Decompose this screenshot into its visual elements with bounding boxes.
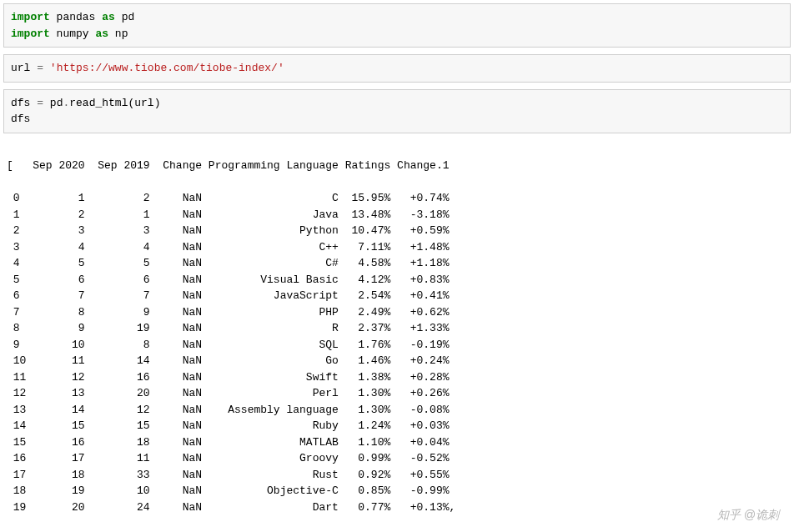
table-row: 14 15 15 NaN Ruby 1.24% +0.03%: [7, 418, 787, 434]
table-row: 18 19 10 NaN Objective-C 0.85% -0.99%: [7, 483, 787, 499]
table-row: 13 14 12 NaN Assembly language 1.30% -0.…: [7, 402, 787, 419]
keyword-as: as: [95, 28, 108, 40]
table-row: 7 8 9 NaN PHP 2.49% +0.62%: [7, 304, 787, 321]
module-pandas: pandas: [50, 11, 102, 23]
table-row: 2 3 3 NaN Python 10.47% +0.59%: [7, 223, 787, 239]
keyword-as: as: [102, 11, 115, 23]
obj-pd: pd: [43, 97, 63, 109]
var-url: url: [11, 62, 37, 74]
table-row: 17 18 33 NaN Rust 0.92% +0.55%: [7, 467, 787, 484]
table-row: 9 10 8 NaN SQL 1.76% -0.19%: [7, 337, 787, 354]
table-row: 0 1 2 NaN C 15.95% +0.74%: [7, 190, 787, 207]
op-assign: =: [37, 97, 43, 109]
string-url: 'https://www.tiobe.com/tiobe-index/': [43, 62, 284, 74]
table-row: 16 17 11 NaN Groovy 0.99% -0.52%: [7, 450, 787, 467]
table-row: 15 16 18 NaN MATLAB 1.10% +0.04%: [7, 434, 787, 451]
table-row: 5 6 6 NaN Visual Basic 4.12% +0.83%: [7, 272, 787, 289]
expr-dfs: dfs: [11, 113, 30, 125]
table-row: 8 9 19 NaN R 2.37% +1.33%: [7, 320, 787, 337]
table-row: 12 13 20 NaN Perl 1.30% +0.26%: [7, 385, 787, 402]
table-row: 1 2 1 NaN Java 13.48% -3.18%: [7, 207, 787, 223]
output-rows: 0 1 2 NaN C 15.95% +0.74% 1 2 1 NaN Java…: [7, 190, 787, 515]
module-numpy: numpy: [50, 28, 96, 40]
fn-read-html: read_html: [69, 97, 128, 109]
table-row: 6 7 7 NaN JavaScript 2.54% +0.41%: [7, 288, 787, 304]
alias-np: np: [108, 28, 128, 40]
code-cell-3: dfs = pd.read_html(url) dfs: [3, 89, 791, 133]
keyword-import: import: [11, 11, 50, 23]
alias-pd: pd: [115, 11, 134, 23]
output-area: [ Sep 2020 Sep 2019 Change Programming L…: [0, 140, 794, 533]
table-row: 3 4 4 NaN C++ 7.11% +1.48%: [7, 239, 787, 256]
table-row: 4 5 5 NaN C# 4.58% +1.18%: [7, 255, 787, 272]
op-assign: =: [37, 62, 43, 74]
table-row: 11 12 16 NaN Swift 1.38% +0.28%: [7, 369, 787, 386]
code-cell-1: import pandas as pd import numpy as np: [3, 3, 791, 48]
code-cell-2: url = 'https://www.tiobe.com/tiobe-index…: [3, 54, 791, 83]
table-row: 10 11 14 NaN Go 1.46% +0.24%: [7, 353, 787, 369]
table-row: 19 20 24 NaN Dart 0.77% +0.13%,: [7, 499, 787, 516]
arg-url: (url): [128, 97, 160, 109]
keyword-import: import: [11, 28, 50, 40]
var-dfs: dfs: [11, 97, 37, 109]
output-header: [ Sep 2020 Sep 2019 Change Programming L…: [7, 158, 787, 174]
